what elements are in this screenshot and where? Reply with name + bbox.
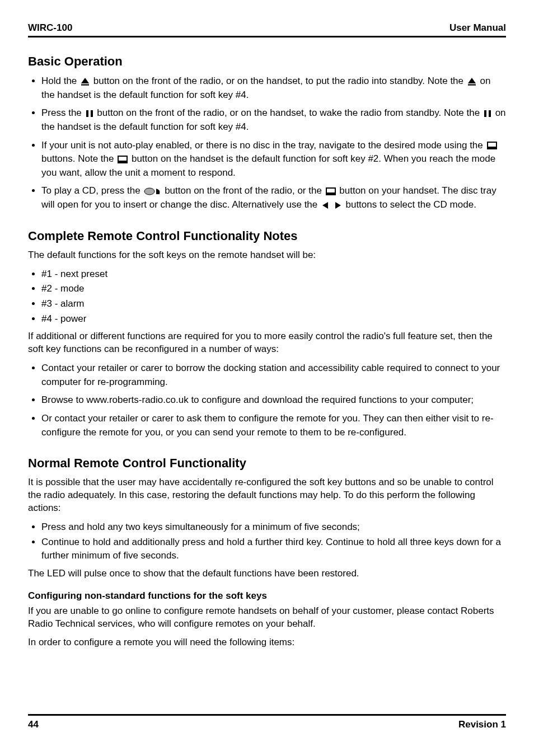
- mode-icon: [118, 156, 128, 163]
- list-item: Or contact your retailer or carer to ask…: [41, 412, 506, 439]
- svg-rect-5: [91, 110, 93, 117]
- list-item: Continue to hold and additionally press …: [41, 536, 506, 563]
- svg-rect-1: [81, 84, 89, 85]
- text: buttons. Note the: [41, 153, 116, 164]
- svg-rect-7: [489, 110, 491, 117]
- normal-remote-intro: It is possible that the user may have ac…: [28, 476, 506, 515]
- svg-rect-9: [488, 147, 496, 149]
- header-product: WIRC-100: [28, 22, 72, 34]
- subheading-nonstandard: Configuring non-standard functions for t…: [28, 590, 506, 602]
- section-title-normal-remote: Normal Remote Control Functionality: [28, 456, 506, 471]
- section-title-remote-notes: Complete Remote Control Functionality No…: [28, 229, 506, 243]
- remote-default-intro: The default functions for the soft keys …: [28, 249, 506, 262]
- text: button on the front of the radio, or the: [165, 185, 324, 196]
- nonstandard-p1: If you are unable to go online to config…: [28, 605, 506, 631]
- list-item: #4 - power: [41, 312, 506, 326]
- svg-point-12: [144, 188, 154, 195]
- text: Press the: [41, 107, 85, 118]
- text: button on the front of the radio, or on …: [97, 107, 483, 118]
- eject-icon: [467, 78, 476, 86]
- nonstandard-p2: In order to configure a remote you will …: [28, 636, 506, 649]
- list-item: #2 - mode: [41, 282, 506, 296]
- skip-prev-icon: [321, 202, 329, 209]
- list-item: Browse to www.roberts-radio.co.uk to con…: [41, 393, 506, 407]
- led-pulse-note: The LED will pulse once to show that the…: [28, 567, 506, 580]
- basic-operation-list: Hold the button on the front of the radi…: [28, 74, 506, 212]
- eject-cd-icon: [144, 187, 161, 196]
- list-item: Press and hold any two keys simultaneous…: [41, 520, 506, 534]
- pause-icon: [86, 110, 93, 118]
- list-item: #3 - alarm: [41, 297, 506, 311]
- revision: Revision 1: [458, 719, 506, 730]
- text: If your unit is not auto-play enabled, o…: [41, 140, 486, 151]
- header-rule: [28, 36, 506, 37]
- list-item: If your unit is not auto-play enabled, o…: [41, 139, 506, 180]
- svg-marker-15: [322, 202, 328, 209]
- footer-rule: [28, 714, 506, 716]
- remote-reconfig-intro: If additional or different functions are…: [28, 330, 506, 356]
- svg-marker-2: [468, 78, 476, 83]
- list-item: Press the button on the front of the rad…: [41, 106, 506, 134]
- list-item: To play a CD, press the button on the fr…: [41, 184, 506, 212]
- skip-next-icon: [334, 202, 342, 209]
- section-title-basic-operation: Basic Operation: [28, 54, 506, 69]
- svg-rect-11: [118, 161, 127, 163]
- svg-rect-6: [484, 110, 486, 117]
- list-item: Contact your retailer or carer to borrow…: [41, 361, 506, 389]
- list-item: Hold the button on the front of the radi…: [41, 74, 506, 102]
- svg-rect-3: [468, 84, 476, 85]
- mode-icon: [487, 142, 497, 149]
- list-item: #1 - next preset: [41, 267, 506, 281]
- text: Hold the: [41, 76, 79, 86]
- svg-rect-14: [326, 192, 335, 195]
- reconfig-options-list: Contact your retailer or carer to borrow…: [28, 361, 506, 439]
- pause-icon: [484, 110, 491, 118]
- svg-marker-0: [81, 78, 89, 83]
- eject-icon: [81, 78, 90, 86]
- softkey-default-list: #1 - next preset #2 - mode #3 - alarm #4…: [28, 267, 506, 326]
- text: To play a CD, press the: [41, 185, 143, 196]
- svg-rect-4: [86, 110, 88, 117]
- text: button on the front of the radio, or on …: [93, 76, 466, 86]
- text: buttons to select the CD mode.: [345, 199, 476, 210]
- mode-icon: [326, 187, 336, 195]
- header-doc-type: User Manual: [449, 22, 506, 34]
- restore-steps-list: Press and hold any two keys simultaneous…: [28, 520, 506, 563]
- svg-marker-16: [335, 202, 341, 209]
- page-number: 44: [28, 719, 39, 730]
